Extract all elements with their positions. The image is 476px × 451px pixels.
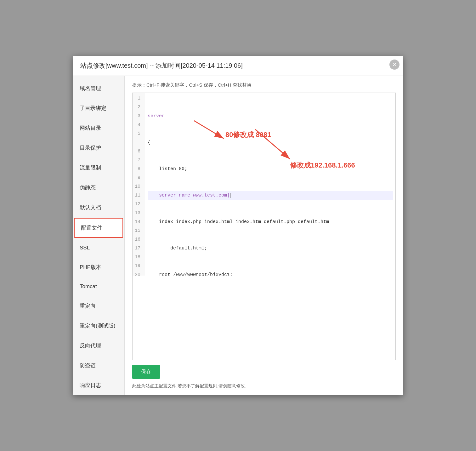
sidebar-item-redirect[interactable]: 重定向 bbox=[73, 296, 124, 316]
sidebar-item-proxy[interactable]: 反向代理 bbox=[73, 336, 124, 356]
sidebar-item-config[interactable]: 配置文件 bbox=[74, 218, 123, 238]
sidebar-item-php[interactable]: PHP版本 bbox=[73, 257, 124, 277]
sidebar-item-defaultdoc[interactable]: 默认文档 bbox=[73, 197, 124, 217]
editor-scroll[interactable]: 1 2 3 4 5 6 7 8 9 10 11 12 bbox=[133, 93, 395, 276]
sidebar-item-log[interactable]: 响应日志 bbox=[73, 375, 124, 395]
editor-content: 1 2 3 4 5 6 7 8 9 10 11 12 bbox=[133, 93, 395, 276]
main-content: 提示：Ctrl+F 搜索关键字，Ctrl+S 保存，Ctrl+H 查找替换 1 … bbox=[125, 76, 403, 395]
modal-header: 站点修改[www.test.com] -- 添加时间[2020-05-14 11… bbox=[73, 56, 403, 76]
sidebar-item-webroot[interactable]: 网站目录 bbox=[73, 118, 124, 138]
sidebar-item-pseudo[interactable]: 伪静态 bbox=[73, 178, 124, 197]
footer-note: 此处为站点主配置文件,若您不了解配置规则,请勿随意修改. bbox=[132, 383, 396, 389]
modal-body: 域名管理 子目录绑定 网站目录 目录保护 流量限制 伪静态 默认文档 配置文件 … bbox=[73, 76, 403, 395]
sidebar-item-dirprotect[interactable]: 目录保护 bbox=[73, 138, 124, 158]
sidebar-item-redirect-test[interactable]: 重定向(测试版) bbox=[73, 316, 124, 336]
line-numbers: 1 2 3 4 5 6 7 8 9 10 11 12 bbox=[133, 93, 145, 276]
modal-window: 站点修改[www.test.com] -- 添加时间[2020-05-14 11… bbox=[73, 56, 403, 395]
code-line-4: server_name www.test.com| bbox=[148, 191, 393, 200]
sidebar: 域名管理 子目录绑定 网站目录 目录保护 流量限制 伪静态 默认文档 配置文件 … bbox=[73, 76, 125, 395]
code-line-5: index index.php index.html index.htm def… bbox=[148, 218, 393, 226]
close-button[interactable]: ✕ bbox=[389, 60, 400, 70]
sidebar-item-traffic[interactable]: 流量限制 bbox=[73, 158, 124, 178]
sidebar-item-domain[interactable]: 域名管理 bbox=[73, 78, 124, 98]
code-line-5b: default.html; bbox=[148, 244, 393, 253]
code-line-3: listen 80; bbox=[148, 165, 393, 174]
code-line-6: root /www/wwwroot/bjxydc1; bbox=[148, 271, 393, 276]
button-row: 保存 bbox=[132, 365, 396, 379]
sidebar-item-ssl[interactable]: SSL bbox=[73, 238, 124, 257]
code-line-2: { bbox=[148, 138, 393, 147]
sidebar-item-subdir[interactable]: 子目录绑定 bbox=[73, 98, 124, 118]
save-button[interactable]: 保存 bbox=[132, 365, 160, 379]
modal-title: 站点修改[www.test.com] -- 添加时间[2020-05-14 11… bbox=[80, 61, 243, 70]
code-line-1: server bbox=[148, 112, 393, 121]
editor-container[interactable]: 1 2 3 4 5 6 7 8 9 10 11 12 bbox=[132, 93, 396, 360]
code-area[interactable]: server { listen 80; server_name www.test… bbox=[145, 93, 395, 276]
hint-text: 提示：Ctrl+F 搜索关键字，Ctrl+S 保存，Ctrl+H 查找替换 bbox=[132, 82, 396, 88]
sidebar-item-hotlink[interactable]: 防盗链 bbox=[73, 356, 124, 375]
sidebar-item-tomcat[interactable]: Tomcat bbox=[73, 277, 124, 296]
